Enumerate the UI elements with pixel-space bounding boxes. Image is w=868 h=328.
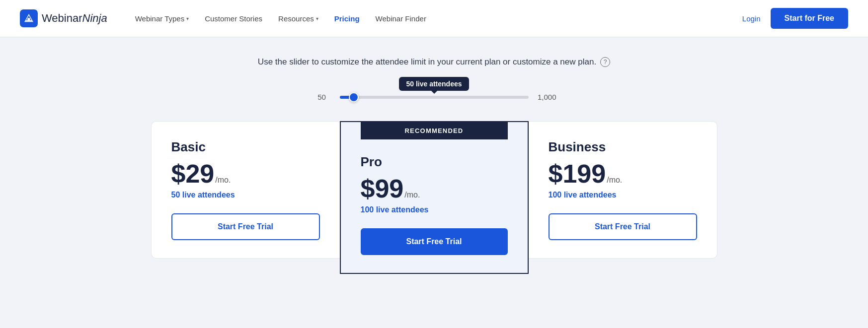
trial-button-basic[interactable]: Start Free Trial — [171, 213, 320, 240]
slider-tooltip: 50 live attendees — [399, 77, 469, 91]
trial-button-pro[interactable]: Start Free Trial — [361, 228, 508, 255]
plan-price-basic: $29 /mo. — [171, 161, 320, 187]
price-amount-pro: $99 — [361, 176, 404, 201]
plan-name-business: Business — [549, 139, 697, 155]
plan-name-pro: Pro — [361, 154, 508, 170]
slider-container: 50 live attendees 50 1,000 — [312, 77, 556, 101]
logo-icon — [20, 9, 38, 27]
slider-section: Use the slider to customize the attendee… — [10, 57, 858, 101]
plan-attendees-pro: 100 live attendees — [361, 205, 508, 214]
plan-price-pro: $99 /mo. — [361, 176, 508, 201]
start-for-free-button[interactable]: Start for Free — [771, 8, 848, 29]
nav-right: Login Start for Free — [742, 8, 848, 29]
plan-name-basic: Basic — [171, 139, 320, 155]
plan-attendees-business: 100 live attendees — [549, 191, 697, 199]
trial-button-business[interactable]: Start Free Trial — [549, 213, 697, 240]
login-link[interactable]: Login — [742, 14, 761, 23]
plan-attendees-basic: 50 live attendees — [171, 191, 320, 199]
chevron-down-icon: ▾ — [186, 16, 189, 21]
slider-description: Use the slider to customize the attendee… — [10, 57, 858, 67]
attendee-slider[interactable] — [340, 96, 529, 99]
plan-card-pro: RECOMMENDED Pro $99 /mo. 100 live attend… — [340, 121, 529, 274]
svg-point-3 — [27, 18, 30, 20]
pricing-section: Basic $29 /mo. 50 live attendees Start F… — [136, 121, 732, 274]
navbar: WebinarNinja Webinar Types ▾ Customer St… — [0, 0, 868, 37]
price-amount-business: $199 — [549, 161, 606, 187]
slider-row: 50 1,000 — [312, 93, 556, 101]
chevron-down-icon: ▾ — [316, 16, 318, 21]
slider-max-label: 1,000 — [537, 93, 556, 101]
recommended-banner: RECOMMENDED — [361, 122, 508, 139]
logo-text: WebinarNinja — [42, 12, 107, 25]
price-period-business: /mo. — [607, 176, 622, 185]
main-content: Use the slider to customize the attendee… — [0, 37, 868, 328]
plan-price-business: $199 /mo. — [549, 161, 697, 187]
price-amount-basic: $29 — [171, 161, 215, 187]
price-period-basic: /mo. — [215, 176, 231, 185]
plan-card-basic: Basic $29 /mo. 50 live attendees Start F… — [151, 121, 340, 259]
nav-links: Webinar Types ▾ Customer Stories Resourc… — [135, 14, 726, 23]
nav-customer-stories[interactable]: Customer Stories — [205, 14, 262, 23]
logo[interactable]: WebinarNinja — [20, 9, 107, 27]
nav-webinar-finder[interactable]: Webinar Finder — [376, 14, 426, 23]
nav-resources[interactable]: Resources ▾ — [278, 14, 318, 23]
nav-webinar-types[interactable]: Webinar Types ▾ — [135, 14, 189, 23]
nav-pricing[interactable]: Pricing — [334, 14, 360, 23]
price-period-pro: /mo. — [404, 191, 420, 199]
slider-min-label: 50 — [312, 93, 332, 101]
plan-card-business: Business $199 /mo. 100 live attendees St… — [529, 121, 717, 259]
help-icon[interactable]: ? — [600, 57, 610, 67]
